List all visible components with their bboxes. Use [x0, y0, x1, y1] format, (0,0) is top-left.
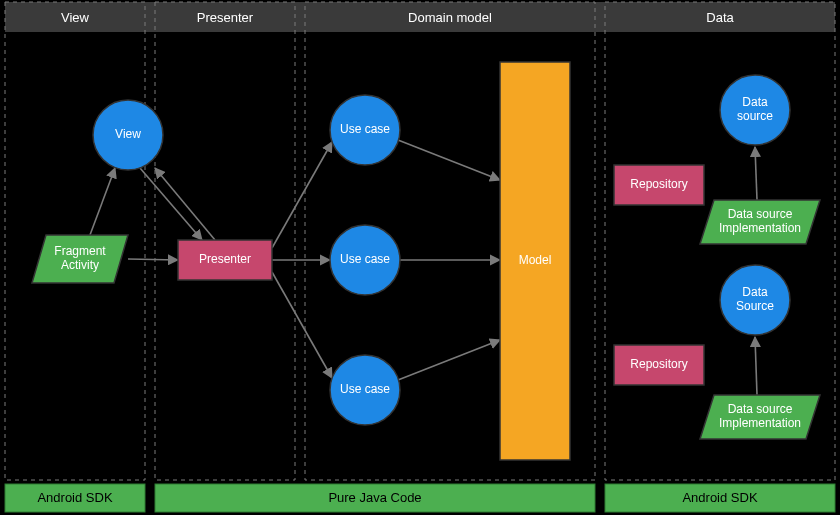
column-header-data: Data — [706, 10, 734, 25]
node-label-model: Model — [519, 253, 552, 267]
column-header-view: View — [61, 10, 90, 25]
node-label-presenter: Presenter — [199, 252, 251, 266]
architecture-diagram: ViewPresenterDomain modelDataAndroid SDK… — [0, 0, 840, 515]
node-label-dsi2: Data source — [728, 402, 793, 416]
footer-label-mid: Pure Java Code — [328, 490, 421, 505]
node-label-uc3: Use case — [340, 382, 390, 396]
edge-view-to-presenter — [140, 168, 202, 240]
node-label-dsi2: Implementation — [719, 416, 801, 430]
node-label-ds2: Data — [742, 285, 768, 299]
edge-uc1-to-model — [398, 140, 500, 180]
node-label-fragment: Fragment — [54, 244, 106, 258]
edge-dsi1-to-ds1 — [755, 147, 757, 200]
edge-presenter-to-view — [155, 168, 215, 240]
edge-fragment-to-view — [90, 168, 115, 235]
node-label-fragment: Activity — [61, 258, 99, 272]
edge-dsi2-to-ds2 — [755, 337, 757, 395]
edge-presenter-to-uc1 — [272, 142, 332, 248]
edge-presenter-to-uc3 — [272, 272, 332, 378]
node-label-view: View — [115, 127, 141, 141]
column-header-domain: Domain model — [408, 10, 492, 25]
node-label-dsi1: Data source — [728, 207, 793, 221]
node-label-ds1: source — [737, 109, 773, 123]
edge-uc3-to-model — [398, 340, 500, 380]
footer-label-right: Android SDK — [682, 490, 757, 505]
node-label-uc2: Use case — [340, 252, 390, 266]
footer-label-left: Android SDK — [37, 490, 112, 505]
edge-fragment-to-presenter — [128, 259, 178, 260]
column-header-presenter: Presenter — [197, 10, 254, 25]
node-label-repo1: Repository — [630, 177, 687, 191]
node-label-dsi1: Implementation — [719, 221, 801, 235]
node-label-repo2: Repository — [630, 357, 687, 371]
node-label-uc1: Use case — [340, 122, 390, 136]
node-label-ds2: Source — [736, 299, 774, 313]
node-label-ds1: Data — [742, 95, 768, 109]
